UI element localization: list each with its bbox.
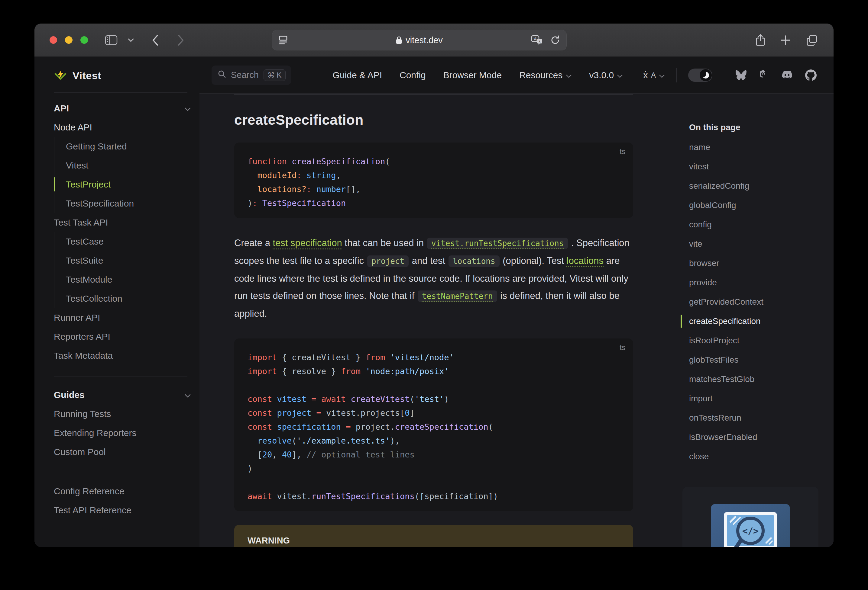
outline-item-getprovidedcontext[interactable]: getProvidedContext bbox=[689, 292, 819, 312]
reload-icon[interactable] bbox=[551, 35, 560, 45]
bluesky-icon[interactable] bbox=[736, 70, 747, 80]
inline-codelink[interactable]: testNamePattern bbox=[418, 290, 497, 302]
translate-icon[interactable]: A ẋ bbox=[531, 35, 543, 45]
theme-toggle[interactable] bbox=[688, 69, 712, 82]
divider bbox=[54, 377, 187, 377]
doc-paragraph: Create a test specification that can be … bbox=[234, 234, 633, 322]
tab-overview-icon[interactable] bbox=[806, 34, 818, 46]
nav-link-version[interactable]: v3.0.0 bbox=[589, 70, 623, 80]
sidebar-toggle-icon[interactable] bbox=[105, 35, 118, 45]
sidebar-item-vitest[interactable]: Vitest bbox=[55, 156, 193, 175]
github-icon[interactable] bbox=[805, 69, 816, 81]
nav-link-browser-mode[interactable]: Browser Mode bbox=[443, 70, 502, 80]
text-run: that can be used in bbox=[342, 238, 427, 248]
inline-codelink[interactable]: vitest.runTestSpecifications bbox=[427, 238, 568, 249]
sidebar-item-testsuite[interactable]: TestSuite bbox=[55, 251, 193, 270]
minimize-button[interactable] bbox=[65, 36, 72, 44]
sidebar-item-task-metadata[interactable]: Task Metadata bbox=[54, 346, 193, 365]
code-line: const vitest = await createVitest('test'… bbox=[248, 392, 620, 406]
outline-item-globalconfig[interactable]: globalConfig bbox=[689, 196, 819, 215]
doc-content: createSpecification ts function createSp… bbox=[199, 94, 834, 547]
sidebar-item-testmodule[interactable]: TestModule bbox=[55, 270, 193, 289]
outline-item-isbrowserenabled[interactable]: isBrowserEnabled bbox=[689, 428, 819, 447]
outline-item-createspecification[interactable]: createSpecification bbox=[689, 312, 819, 331]
brand[interactable]: Vitest bbox=[54, 69, 193, 82]
new-tab-icon[interactable] bbox=[780, 35, 791, 45]
sponsor-ad[interactable]: </> bbox=[682, 487, 818, 547]
code-lang-badge: ts bbox=[620, 147, 625, 156]
code-line: await vitest.runTestSpecifications([spec… bbox=[248, 490, 620, 503]
sidebar-section-api[interactable]: API bbox=[54, 99, 193, 118]
nav-link-guide-api[interactable]: Guide & API bbox=[333, 70, 382, 80]
search-button[interactable]: Search ⌘ K bbox=[211, 66, 291, 85]
chevron-down-icon bbox=[659, 69, 665, 81]
text-run: and test bbox=[409, 256, 448, 266]
url-bar[interactable]: vitest.dev A ẋ bbox=[272, 30, 567, 50]
code-line: const specification = project.createSpec… bbox=[248, 420, 620, 434]
sidebar-item-node-api[interactable]: Node API bbox=[54, 118, 193, 137]
chevron-down-icon bbox=[566, 70, 572, 80]
outline-item-vite[interactable]: vite bbox=[689, 234, 819, 254]
sidebar-item-config-reference[interactable]: Config Reference bbox=[54, 482, 193, 501]
code-line: import { resolve } from 'node:path/posix… bbox=[248, 365, 620, 378]
brand-name: Vitest bbox=[72, 70, 101, 81]
outline-item-serializedconfig[interactable]: serializedConfig bbox=[689, 177, 819, 196]
search-shortcut: ⌘ K bbox=[264, 69, 286, 81]
code-line bbox=[248, 475, 620, 490]
sidebar-item-runner-api[interactable]: Runner API bbox=[54, 308, 193, 327]
divider bbox=[54, 473, 187, 473]
svg-text:A: A bbox=[534, 36, 537, 41]
code-line: locations?: number[], bbox=[248, 182, 620, 196]
sidebar-item-test-api-reference[interactable]: Test API Reference bbox=[54, 501, 193, 519]
outline-item-name[interactable]: name bbox=[689, 138, 819, 157]
close-button[interactable] bbox=[50, 36, 57, 44]
on-this-page: On this page name vitest serializedConfi… bbox=[689, 121, 819, 466]
divider bbox=[676, 68, 677, 82]
text-run: Create a bbox=[234, 238, 273, 248]
outline-item-browser[interactable]: browser bbox=[689, 254, 819, 273]
sidebar-item-custom-pool[interactable]: Custom Pool bbox=[54, 442, 193, 461]
nav-link-config[interactable]: Config bbox=[400, 70, 426, 80]
outline-item-matchestestglob[interactable]: matchesTestGlob bbox=[689, 369, 819, 389]
sidebar-item-running-tests[interactable]: Running Tests bbox=[54, 404, 193, 423]
sidebar-item-testspecification[interactable]: TestSpecification bbox=[55, 194, 193, 213]
discord-icon[interactable] bbox=[781, 71, 793, 80]
inline-code: project bbox=[367, 256, 409, 267]
outline-item-close[interactable]: close bbox=[689, 447, 819, 466]
sidebar-item-testcollection[interactable]: TestCollection bbox=[55, 289, 193, 308]
page-title: createSpecification bbox=[234, 112, 633, 128]
code-line: resolve('./example.test.ts'), bbox=[248, 434, 620, 448]
reader-icon[interactable] bbox=[279, 35, 288, 45]
outline-item-ontestsrerun[interactable]: onTestsRerun bbox=[689, 408, 819, 428]
code-lang-badge: ts bbox=[620, 343, 625, 352]
outline-item-config[interactable]: config bbox=[689, 215, 819, 234]
sidebar-item-testproject[interactable]: TestProject bbox=[55, 175, 193, 194]
warning-label: WARNING bbox=[248, 536, 620, 546]
sidebar-item-test-task-api[interactable]: Test Task API bbox=[54, 213, 193, 232]
chevron-down-icon[interactable] bbox=[128, 38, 134, 42]
inline-link[interactable]: locations bbox=[567, 256, 604, 266]
svg-text:</>: </> bbox=[742, 526, 759, 536]
outline-item-globtestfiles[interactable]: globTestFiles bbox=[689, 350, 819, 369]
chevron-down-icon bbox=[185, 103, 191, 113]
back-button[interactable] bbox=[152, 34, 159, 46]
sidebar-item-testcase[interactable]: TestCase bbox=[55, 232, 193, 251]
outline-item-vitest[interactable]: vitest bbox=[689, 157, 819, 177]
sidebar-item-getting-started[interactable]: Getting Started bbox=[55, 137, 193, 156]
inline-link[interactable]: test specification bbox=[273, 238, 342, 248]
code-line: moduleId: string, bbox=[248, 168, 620, 182]
language-switcher[interactable]: ẋA bbox=[643, 69, 665, 81]
mastodon-icon[interactable] bbox=[759, 70, 769, 81]
lock-icon bbox=[396, 36, 402, 44]
nav-link-resources[interactable]: Resources bbox=[519, 70, 571, 80]
zoom-button[interactable] bbox=[80, 36, 88, 44]
sidebar-item-reporters-api[interactable]: Reporters API bbox=[54, 327, 193, 346]
forward-button[interactable] bbox=[177, 34, 184, 46]
sidebar-group-test-task-api: TestCase TestSuite TestModule TestCollec… bbox=[54, 232, 193, 308]
outline-item-isrootproject[interactable]: isRootProject bbox=[689, 331, 819, 350]
sidebar-section-guides[interactable]: Guides bbox=[54, 385, 193, 404]
outline-item-import[interactable]: import bbox=[689, 389, 819, 408]
sidebar-item-extending-reporters[interactable]: Extending Reporters bbox=[54, 423, 193, 442]
share-icon[interactable] bbox=[756, 34, 765, 46]
outline-item-provide[interactable]: provide bbox=[689, 273, 819, 292]
